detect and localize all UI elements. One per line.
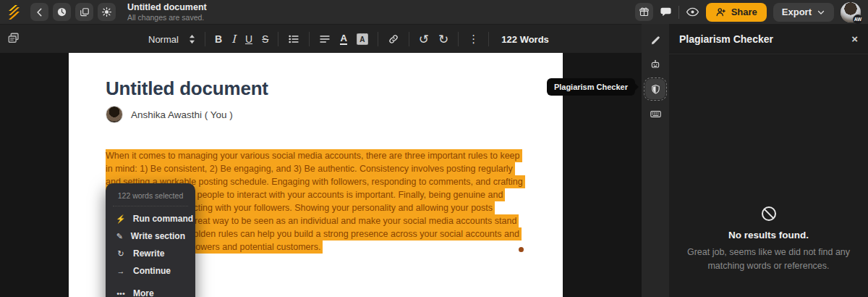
- topbar-divider: [678, 6, 679, 19]
- toolbar-divider: [309, 32, 310, 46]
- pages-icon: [7, 32, 20, 45]
- pages-panel-button[interactable]: [7, 32, 20, 48]
- plagiarism-panel: Plagiarism Checker × No results found. G…: [669, 24, 868, 297]
- underline-button[interactable]: U: [245, 33, 252, 45]
- panel-title: Plagiarism Checker: [679, 33, 773, 45]
- save-status: All changes are saved.: [127, 13, 207, 22]
- author-name: Anshika Awasthi ( You ): [131, 109, 233, 120]
- lightning-icon: ⚡: [116, 215, 126, 223]
- export-button[interactable]: Export: [773, 3, 834, 22]
- tools-rail: [642, 24, 669, 297]
- write-tool-button[interactable]: [645, 30, 665, 50]
- robot-icon: [650, 59, 661, 70]
- align-button[interactable]: [319, 33, 331, 45]
- simplified-logo-icon[interactable]: [6, 4, 22, 21]
- topbar-document-title: Untitled document: [127, 2, 207, 12]
- comment-marker-dot[interactable]: [519, 247, 524, 252]
- gift-icon: [639, 7, 650, 17]
- editor-canvas: Untitled document Anshika Awasthi ( You …: [0, 53, 642, 297]
- back-button[interactable]: [30, 3, 48, 21]
- highlight-button[interactable]: A: [357, 33, 368, 45]
- plagiarism-checker-button[interactable]: [645, 79, 665, 99]
- format-toolbar: Normal B I U S: [0, 24, 642, 53]
- person-plus-icon: [715, 7, 726, 17]
- pencil-icon: [650, 35, 661, 46]
- toolbar-divider: [278, 32, 278, 46]
- comments-button[interactable]: [660, 6, 672, 18]
- rewrite-icon: ↻: [116, 250, 126, 258]
- plagiarism-tooltip: Plagiarism Checker: [547, 78, 635, 96]
- document-title[interactable]: Untitled document: [106, 78, 268, 100]
- highlight-icon: A: [357, 33, 368, 45]
- document-meta: Untitled document All changes are saved.: [127, 2, 207, 22]
- app-window: Untitled document All changes are saved.: [0, 0, 868, 297]
- list-button[interactable]: [288, 33, 299, 45]
- share-button[interactable]: Share: [706, 3, 767, 22]
- doc-text-line[interactable]: in mind: 1) Be consistent, 2) Be engagin…: [106, 162, 525, 175]
- selection-menu-item[interactable]: ••• More: [106, 285, 195, 297]
- italic-button[interactable]: I: [231, 33, 236, 46]
- selection-menu-item[interactable]: ↻ Rewrite: [106, 245, 195, 262]
- up-down-arrows-icon: [189, 34, 195, 44]
- selection-menu-item[interactable]: ✎ Write section: [106, 227, 195, 245]
- copy-pages-icon: [80, 7, 90, 17]
- no-results-icon: [669, 205, 868, 222]
- strikethrough-button[interactable]: S: [262, 33, 268, 45]
- chevron-down-icon: [817, 8, 825, 17]
- user-avatar[interactable]: AW: [841, 2, 861, 22]
- toolbar-divider: [458, 32, 459, 46]
- topbar: Untitled document All changes are saved.: [0, 0, 868, 24]
- gear-icon: [101, 7, 112, 17]
- toolbar-divider: [378, 32, 378, 46]
- word-count[interactable]: 122 Words: [501, 34, 549, 45]
- text-color-icon: A: [340, 33, 346, 45]
- history-button[interactable]: [53, 3, 71, 21]
- selection-menu-item[interactable]: → Continue: [106, 262, 195, 280]
- duplicate-button[interactable]: [75, 3, 93, 21]
- chevron-left-icon: [35, 7, 45, 17]
- shortcuts-button[interactable]: [645, 104, 665, 124]
- toolbar-controls: Normal B I U S: [148, 25, 549, 54]
- kebab-icon: ⋮: [468, 33, 479, 46]
- redo-icon: ↻: [438, 33, 448, 46]
- menu-item-label: Rewrite: [133, 248, 164, 259]
- link-icon: [388, 33, 399, 45]
- selection-menu-item[interactable]: ⚡ Run command: [106, 210, 195, 227]
- bullet-list-icon: [288, 33, 299, 45]
- doc-text-line[interactable]: When it comes to managing your various s…: [106, 149, 525, 162]
- arrow-right-icon: →: [116, 267, 126, 275]
- preview-button[interactable]: [686, 5, 699, 19]
- clock-icon: [56, 7, 67, 17]
- pencil-icon: ✎: [116, 233, 124, 240]
- menu-item-label: More: [133, 288, 154, 297]
- selection-menu-items: ⚡ Run command ✎ Write section ↻ Rewrite …: [106, 210, 195, 297]
- rewards-button[interactable]: [635, 3, 653, 21]
- link-button[interactable]: [388, 33, 399, 45]
- menu-item-label: Write section: [131, 231, 185, 241]
- ai-assistant-button[interactable]: [645, 54, 665, 75]
- paragraph-style-select[interactable]: Normal: [148, 34, 195, 45]
- export-button-label: Export: [782, 7, 812, 17]
- close-icon[interactable]: ×: [851, 33, 858, 44]
- bold-button[interactable]: B: [215, 33, 222, 45]
- empty-state-subtitle: Great job, seems like we did not find an…: [683, 246, 855, 273]
- author-row: Anshika Awasthi ( You ): [106, 106, 233, 123]
- paragraph-style-value: Normal: [148, 34, 179, 45]
- eye-icon: [686, 5, 699, 19]
- align-left-icon: [319, 33, 331, 45]
- toolbar-divider: [409, 32, 409, 46]
- empty-state-title: No results found.: [669, 230, 868, 240]
- redo-button[interactable]: ↻: [438, 33, 448, 46]
- selection-count-label: 122 words selected: [106, 188, 195, 206]
- avatar-initials-badge: AW: [853, 14, 863, 25]
- more-options-button[interactable]: ⋮: [468, 33, 479, 46]
- menu-item-label: Continue: [133, 266, 171, 276]
- panel-header: Plagiarism Checker ×: [669, 24, 868, 54]
- undo-button[interactable]: ↺: [419, 33, 429, 46]
- author-avatar: [106, 106, 123, 123]
- share-button-label: Share: [731, 7, 757, 17]
- topbar-right: Share Export AW: [635, 2, 861, 22]
- settings-button[interactable]: [98, 3, 116, 21]
- text-color-button[interactable]: A: [340, 33, 346, 45]
- highlighted-text: When it comes to managing your various s…: [106, 149, 522, 162]
